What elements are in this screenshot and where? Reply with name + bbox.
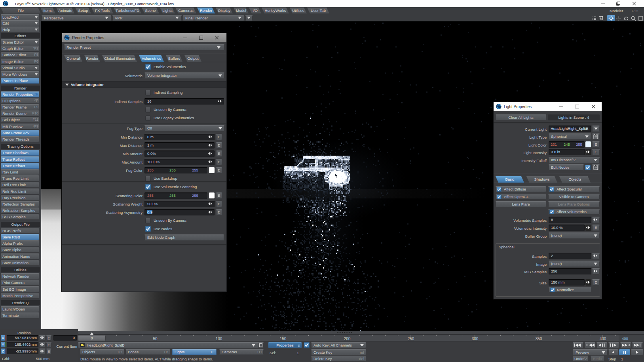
svg-text:150: 150: [280, 337, 287, 341]
svg-text:350: 350: [536, 337, 542, 341]
svg-text:50: 50: [153, 337, 158, 341]
svg-text:200: 200: [344, 337, 351, 341]
svg-text:100: 100: [216, 337, 222, 341]
svg-text:300: 300: [472, 337, 479, 341]
svg-text:250: 250: [408, 337, 414, 341]
svg-text:400: 400: [600, 337, 606, 341]
